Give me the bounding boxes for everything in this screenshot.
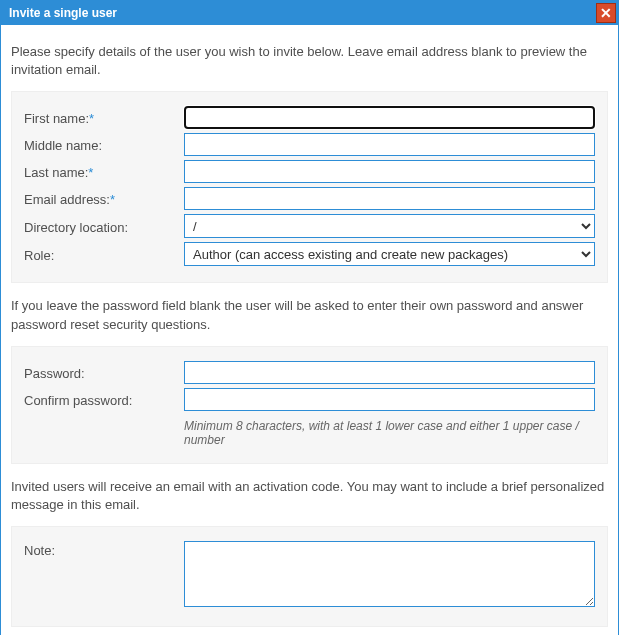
dialog-body: Please specify details of the user you w… bbox=[1, 25, 618, 635]
last-name-label: Last name:* bbox=[24, 163, 184, 180]
role-select[interactable]: Author (can access existing and create n… bbox=[184, 242, 595, 266]
dialog-title: Invite a single user bbox=[9, 6, 117, 20]
middle-name-label: Middle name: bbox=[24, 136, 184, 153]
email-label: Email address:* bbox=[24, 190, 184, 207]
note-group: Note: bbox=[11, 526, 608, 627]
password-label: Password: bbox=[24, 364, 184, 381]
first-name-input[interactable] bbox=[184, 106, 595, 129]
note-textarea[interactable] bbox=[184, 541, 595, 607]
titlebar: Invite a single user ✕ bbox=[1, 1, 618, 25]
close-button[interactable]: ✕ bbox=[596, 3, 616, 23]
first-name-label: First name:* bbox=[24, 109, 184, 126]
required-mark: * bbox=[110, 192, 115, 207]
intro-text: Please specify details of the user you w… bbox=[11, 43, 608, 79]
confirm-password-input[interactable] bbox=[184, 388, 595, 411]
invite-user-dialog: Invite a single user ✕ Please specify de… bbox=[0, 0, 619, 635]
role-label: Role: bbox=[24, 246, 184, 263]
password-input[interactable] bbox=[184, 361, 595, 384]
password-group: Password: Confirm password: Minimum 8 ch… bbox=[11, 346, 608, 464]
required-mark: * bbox=[89, 111, 94, 126]
close-icon: ✕ bbox=[600, 6, 612, 20]
directory-label: Directory location: bbox=[24, 218, 184, 235]
note-label: Note: bbox=[24, 541, 184, 558]
password-intro-text: If you leave the password field blank th… bbox=[11, 297, 608, 333]
last-name-input[interactable] bbox=[184, 160, 595, 183]
note-intro-text: Invited users will receive an email with… bbox=[11, 478, 608, 514]
directory-select[interactable]: / bbox=[184, 214, 595, 238]
password-hint: Minimum 8 characters, with at least 1 lo… bbox=[184, 419, 595, 447]
confirm-password-label: Confirm password: bbox=[24, 391, 184, 408]
email-input[interactable] bbox=[184, 187, 595, 210]
user-details-group: First name:* Middle name: Last name:* Em… bbox=[11, 91, 608, 283]
middle-name-input[interactable] bbox=[184, 133, 595, 156]
required-mark: * bbox=[88, 165, 93, 180]
